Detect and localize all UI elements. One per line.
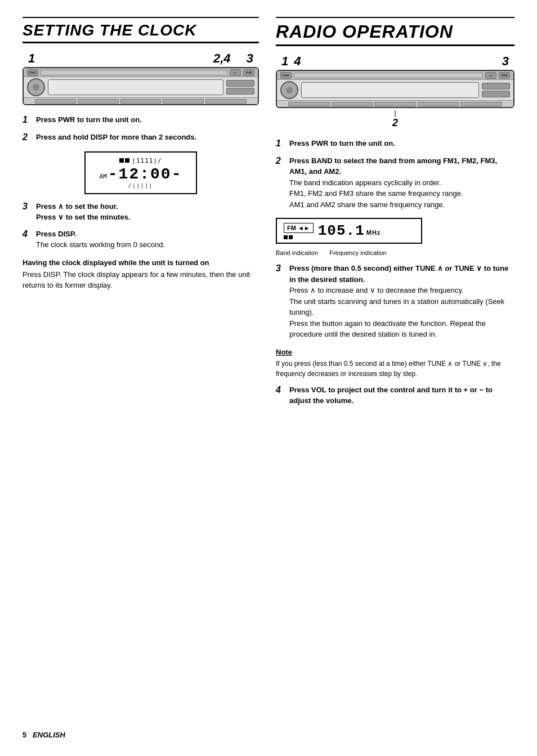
- left-label-1: 1: [28, 51, 35, 66]
- right-step-num-3: 3: [276, 263, 285, 275]
- left-label-2: 2,4: [213, 51, 231, 66]
- display-main-text: -12:00-: [108, 165, 182, 183]
- right-device-top-strip: PWR ⊳ TAPE: [277, 71, 513, 80]
- left-title: SETTING THE CLOCK: [23, 21, 259, 43]
- radio-mhz-label: MHz: [366, 229, 381, 236]
- left-section: SETTING THE CLOCK 1 2,4 3 PWR ⊳: [23, 17, 259, 414]
- right-step-text-4: Press VOL to project out the control and…: [289, 384, 514, 406]
- left-label-3: 3: [247, 51, 253, 66]
- right-device-rb-2: [482, 91, 510, 97]
- left-steps-list: 1 Press PWR to turn the unit on. 2 Press…: [23, 114, 259, 144]
- right-step-text-3-body3: Press the button again to deactivate the…: [289, 318, 514, 340]
- device-btn-pwr: PWR: [27, 69, 38, 76]
- step-item-4: 4 Press DISP. The clock starts working f…: [23, 229, 259, 250]
- right-device-rb-1: [482, 83, 510, 90]
- right-step-4: 4 Press VOL to project out the control a…: [276, 384, 514, 406]
- frequency-indication-label: Frequency indication: [329, 249, 387, 256]
- subsection-title: Having the clock displayed while the uni…: [23, 258, 259, 267]
- step-num-4: 4: [23, 229, 32, 240]
- device-rb-2: [226, 88, 254, 95]
- right-device-knob: [280, 81, 298, 99]
- note-text: If you press (less than 0.5 second at a …: [276, 359, 514, 379]
- device-bb-4: [163, 99, 204, 104]
- right-step-text-2-body3: AM1 and AM2 share the same frequency ran…: [289, 199, 514, 211]
- radio-freq-digits: 105.1: [318, 222, 365, 239]
- device-btn-disp: ⊳: [230, 69, 241, 76]
- right-device-btn-tape: ⊳: [485, 72, 496, 79]
- footer-page-num: 5: [23, 731, 26, 739]
- right-step-text-2-body2: FM1, FM2 and FM3 share the same frequenc…: [289, 188, 514, 199]
- right-title: RADIO OPERATION: [276, 21, 514, 46]
- device-bottom-strip: [24, 97, 258, 104]
- display-ticks-top: |1111|/: [132, 157, 162, 164]
- device-main-row: [24, 77, 258, 97]
- radio-fm-badge: FM ◄►: [284, 223, 314, 233]
- step-text-1: Press PWR to turn the unit on.: [36, 114, 142, 126]
- band-labels-row: Band indication Frequency indication: [276, 249, 514, 256]
- right-device-bb-5: [460, 102, 502, 106]
- right-step-num-2: 2: [276, 155, 285, 167]
- step-num-1: 1: [23, 114, 32, 126]
- radio-sq-1: [284, 235, 288, 239]
- step-num-2: 2: [23, 132, 32, 144]
- right-step-text-3-bold: Press (more than 0.5 second) either TUNE…: [289, 263, 514, 285]
- right-steps-list: 1 Press PWR to turn the unit on. 2 Press…: [276, 138, 514, 210]
- display-top-row: |1111|/: [95, 157, 187, 164]
- right-step-num-4: 4: [276, 384, 285, 396]
- right-label-4: 4: [294, 54, 301, 69]
- device-top-strip: PWR ⊳ TAPE: [24, 68, 258, 77]
- step-item-2: 2 Press and hold DISP for more than 2 se…: [23, 132, 259, 144]
- right-device-bottom-strip: [277, 100, 513, 107]
- step-text-3a: Press ∧ to set the hour.: [36, 201, 131, 212]
- right-step-3: 3 Press (more than 0.5 second) either TU…: [276, 263, 514, 340]
- right-step-num-1: 1: [276, 138, 285, 150]
- step-text-2: Press and hold DISP for more than 2 seco…: [36, 132, 196, 143]
- right-step-2: 2 Press BAND to select the band from amo…: [276, 155, 514, 211]
- right-step-text-2-body1: The band indication appears cyclically i…: [289, 177, 514, 189]
- device-bb-2: [78, 99, 119, 104]
- device-bb-3: [120, 99, 162, 104]
- device-bb-1: [35, 99, 76, 104]
- clock-display-box: |1111|/ AM -12:00- /|||||: [84, 151, 197, 194]
- left-device-diagram: PWR ⊳ TAPE: [23, 67, 259, 105]
- step-num-3: 3: [23, 201, 32, 213]
- step-text-3b: Press ∨ to set the minutes.: [36, 212, 131, 223]
- display-sq-2: [125, 158, 129, 163]
- right-label-1: 1: [281, 54, 288, 69]
- note-box: Note If you press (less than 0.5 second …: [276, 348, 514, 379]
- step-item-3: 3 Press ∧ to set the hour. Press ∨ to se…: [23, 201, 259, 223]
- step-text-4a: Press DISP.: [36, 229, 165, 240]
- page-footer: 5 ENGLISH: [23, 731, 65, 739]
- device-vol-knob: [27, 78, 45, 96]
- note-title: Note: [276, 348, 514, 356]
- display-ticks-bottom: /|||||: [95, 183, 187, 189]
- right-step-1: 1 Press PWR to turn the unit on.: [276, 138, 514, 150]
- step-item-1: 1 Press PWR to turn the unit on.: [23, 114, 259, 126]
- left-steps-list-34: 3 Press ∧ to set the hour. Press ∨ to se…: [23, 201, 259, 250]
- right-device-btn-r2: TAPE: [499, 72, 510, 79]
- device-rb-1: [226, 80, 254, 87]
- right-device-bb-4: [418, 102, 459, 106]
- device-right-buttons: [226, 80, 254, 95]
- right-label-2: 2: [392, 117, 398, 128]
- right-step-text-3-body1: Press ∧ to increase and ∨ to decrease th…: [289, 285, 514, 296]
- right-device-bb-3: [374, 102, 416, 106]
- display-squares: [119, 158, 129, 163]
- right-diagram-label2-indicator: |: [394, 109, 396, 117]
- right-steps-list-4: 4 Press VOL to project out the control a…: [276, 384, 514, 406]
- radio-display-box: FM ◄► 105.1 MHz: [276, 218, 422, 244]
- right-device-diagram: PWR ⊳ TAPE: [276, 70, 514, 108]
- radio-sq-2: [289, 235, 293, 239]
- step-text-4b: The clock starts working from 0 second.: [36, 239, 165, 250]
- right-step-text-2-bold: Press BAND to select the band from among…: [289, 155, 514, 177]
- device-btn-tape: TAPE: [243, 69, 254, 76]
- right-diagram-container: 1 4 3 PWR ⊳ TAPE: [276, 54, 514, 129]
- device-screen: [48, 79, 223, 95]
- band-indication-label: Band indication: [276, 249, 318, 256]
- right-device-screen: [301, 82, 479, 98]
- radio-frequency: 105.1 MHz: [318, 222, 381, 239]
- device-bb-5: [205, 99, 247, 104]
- footer-lang: ENGLISH: [33, 731, 65, 739]
- radio-squares-row: [284, 235, 314, 239]
- right-device-bb-2: [332, 102, 373, 106]
